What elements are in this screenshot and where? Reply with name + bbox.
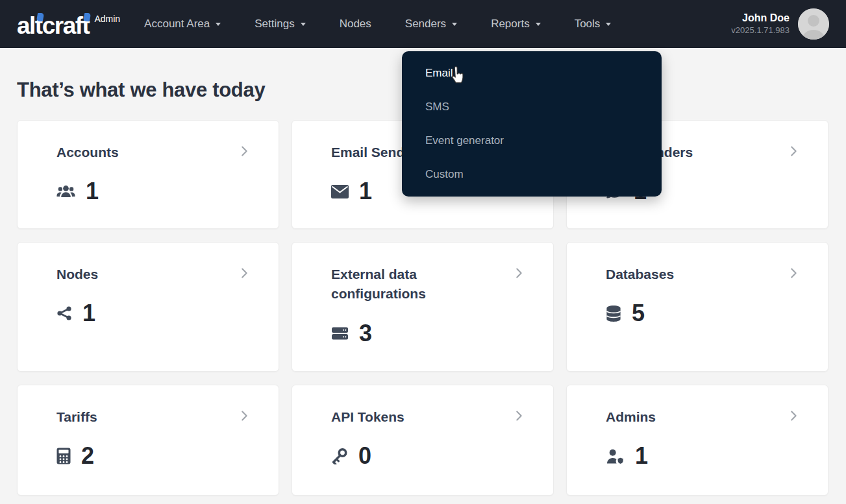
card-count: 5	[632, 300, 645, 327]
senders-dropdown-menu: Email SMS Event generator Custom	[402, 51, 662, 197]
main-navigation: Account Area Settings Nodes Senders Repo…	[144, 18, 611, 30]
nav-item-account-area[interactable]: Account Area	[144, 18, 221, 30]
envelope-icon	[331, 185, 349, 198]
card-count: 2	[81, 442, 94, 470]
nav-item-reports[interactable]: Reports	[491, 18, 541, 30]
nav-item-label: Tools	[575, 18, 601, 30]
chevron-down-icon	[216, 23, 221, 26]
dropdown-item-sms[interactable]: SMS	[402, 90, 662, 124]
logo-admin-suffix: Admin	[94, 14, 120, 24]
app-version: v2025.1.71.983	[731, 25, 790, 36]
chevron-right-icon	[512, 409, 526, 426]
chevron-right-icon	[512, 266, 526, 283]
nav-item-label: Reports	[491, 18, 530, 30]
altcraft-logo[interactable]: altcraft Admin	[17, 12, 120, 36]
users-icon	[56, 184, 75, 199]
chevron-right-icon	[786, 266, 801, 283]
nav-item-label: Nodes	[340, 18, 371, 30]
avatar-placeholder-icon	[798, 8, 829, 40]
chevron-right-icon	[237, 144, 251, 161]
top-navbar: altcraft Admin Account Area Settings Nod…	[0, 0, 846, 48]
dropdown-item-email[interactable]: Email	[402, 56, 662, 90]
card-count: 1	[82, 300, 95, 327]
avatar[interactable]	[798, 8, 829, 40]
chevron-down-icon	[301, 23, 306, 26]
card-title: Accounts	[56, 143, 195, 162]
dropdown-item-event-generator[interactable]: Event generator	[402, 124, 662, 158]
calculator-icon	[56, 448, 71, 464]
card-title: Tariffs	[56, 407, 195, 427]
card-title: Nodes	[56, 265, 195, 284]
nav-item-settings[interactable]: Settings	[255, 18, 305, 30]
card-count: 3	[359, 320, 372, 347]
card-count: 1	[86, 178, 99, 205]
nav-item-label: Account Area	[144, 18, 210, 30]
chevron-right-icon	[237, 266, 251, 283]
card-title: API Tokens	[331, 407, 469, 427]
logo-t-accent: t	[35, 14, 42, 38]
chevron-down-icon	[452, 23, 457, 26]
nav-item-senders[interactable]: Senders	[405, 18, 457, 30]
user-block[interactable]: John Doe v2025.1.71.983	[731, 8, 829, 40]
chevron-right-icon	[237, 409, 251, 426]
dropdown-item-custom[interactable]: Custom	[402, 158, 662, 191]
card-tariffs[interactable]: Tariffs 2	[17, 385, 279, 496]
nav-item-label: Settings	[255, 18, 294, 30]
card-count: 1	[635, 442, 648, 470]
share-nodes-icon	[56, 306, 72, 321]
nav-item-nodes[interactable]: Nodes	[340, 18, 371, 30]
server-icon	[331, 326, 349, 341]
card-external-data-configurations[interactable]: External data configurations 3	[292, 242, 554, 372]
chevron-down-icon	[536, 23, 541, 26]
card-nodes[interactable]: Nodes 1	[17, 242, 279, 372]
logo-t-accent: t	[82, 14, 90, 38]
database-icon	[606, 305, 621, 322]
card-title: Admins	[606, 407, 744, 427]
user-name: John Doe	[731, 12, 790, 25]
chevron-down-icon	[606, 23, 611, 26]
card-count: 0	[358, 442, 371, 470]
nav-item-tools[interactable]: Tools	[575, 18, 612, 30]
user-shield-icon	[606, 448, 625, 464]
card-api-tokens[interactable]: API Tokens 0	[292, 385, 554, 496]
card-count: 1	[359, 178, 372, 205]
card-databases[interactable]: Databases 5	[566, 242, 828, 372]
chevron-right-icon	[786, 144, 801, 161]
card-admins[interactable]: Admins 1	[566, 385, 828, 496]
card-title: External data configurations	[331, 265, 469, 304]
card-title: Databases	[606, 265, 744, 284]
key-icon	[331, 448, 348, 464]
logo-wordmark: altcraft	[17, 14, 89, 38]
card-accounts[interactable]: Accounts 1	[17, 120, 279, 229]
nav-item-label: Senders	[405, 18, 446, 30]
chevron-right-icon	[786, 409, 801, 426]
